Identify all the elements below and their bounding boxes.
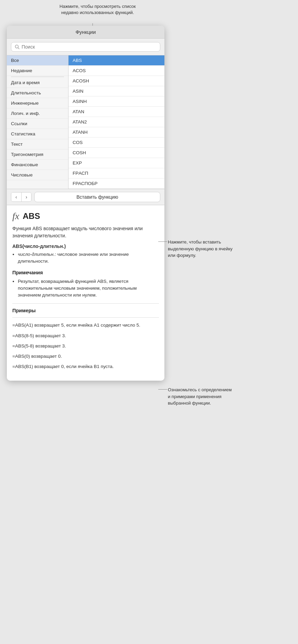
category-item[interactable]: Все — [7, 55, 68, 66]
fx-icon: fx — [12, 211, 19, 222]
category-item[interactable]: Числовые — [7, 170, 68, 180]
category-separator — [11, 77, 64, 77]
func-syntax: ABS(число-длительн.) — [12, 244, 159, 249]
panel-header: Функции — [7, 26, 164, 39]
example-item: =ABS(0) возвращает 0. — [12, 353, 159, 360]
category-item[interactable]: Текст — [7, 139, 68, 149]
func-name: ABS — [23, 211, 40, 221]
example-item: =ABS(A1) возвращает 5, если ячейка A1 со… — [12, 322, 159, 329]
svg-line-1 — [18, 48, 20, 49]
search-bar — [7, 39, 164, 55]
param-item: число-длительн.: числовое значение или з… — [18, 251, 159, 265]
next-button[interactable]: › — [22, 193, 32, 201]
param-list: число-длительн.: числовое значение или з… — [18, 251, 159, 265]
tooltip-learn: Ознакомьтесь с определением и примерами … — [168, 386, 235, 407]
function-item[interactable]: EXP — [69, 158, 164, 168]
category-item[interactable]: Недавние — [7, 66, 68, 76]
example-item: =ABS(8-5) возвращает 3. — [12, 332, 159, 339]
divider-2 — [12, 317, 159, 318]
functions-list: ABSACOSACOSHASINASINHATANATAN2ATANHCOSCO… — [69, 55, 164, 189]
category-item[interactable]: Статистика — [7, 129, 68, 139]
function-item[interactable]: ATAN2 — [69, 117, 164, 127]
tooltip-insert: Нажмите, чтобы вставить выделенную функц… — [168, 239, 236, 259]
insert-function-button[interactable]: Вставить функцию — [34, 192, 160, 202]
function-item[interactable]: FРАСПОБР — [69, 179, 164, 189]
function-item[interactable]: ABS — [69, 55, 164, 66]
category-item[interactable]: Длительность — [7, 88, 68, 98]
functions-panel: Функции ВсеНедавниеДата и времяДлительно… — [7, 26, 164, 381]
example-item: =ABS(B1) возвращает 0, если ячейка B1 пу… — [12, 363, 159, 370]
notes-list: Результат, возвращаемый функцией ABS, яв… — [18, 278, 159, 299]
toolbar: ‹ › Вставить функцию — [7, 189, 164, 205]
divider-1 — [12, 303, 159, 304]
category-item[interactable]: Тригонометрия — [7, 149, 68, 160]
examples-title: Примеры — [12, 308, 159, 313]
category-item[interactable]: Финансовые — [7, 160, 68, 170]
function-item[interactable]: FPАСП — [69, 168, 164, 179]
function-item[interactable]: ASINH — [69, 96, 164, 107]
lists-container: ВсеНедавниеДата и времяДлительностьИнжен… — [7, 55, 164, 189]
notes-item: Результат, возвращаемый функцией ABS, яв… — [18, 278, 159, 299]
search-icon — [15, 44, 20, 49]
example-item: =ABS(5-8) возвращает 3. — [12, 343, 159, 350]
category-item[interactable]: Ссылки — [7, 119, 68, 129]
function-item[interactable]: ATANH — [69, 127, 164, 137]
function-item[interactable]: ATAN — [69, 107, 164, 117]
category-item[interactable]: Логич. и инф. — [7, 108, 68, 119]
function-item[interactable]: COSH — [69, 148, 164, 158]
category-item[interactable]: Инженерные — [7, 98, 68, 108]
function-item[interactable]: ACOSH — [69, 76, 164, 86]
func-description: Функция ABS возвращает модуль числового … — [12, 225, 159, 239]
search-input[interactable] — [22, 44, 157, 50]
category-list: ВсеНедавниеДата и времяДлительностьИнжен… — [7, 55, 69, 189]
function-item[interactable]: ACOS — [69, 66, 164, 76]
description-area: fx ABS Функция ABS возвращает модуль чис… — [7, 205, 164, 381]
prev-button[interactable]: ‹ — [11, 193, 22, 201]
tooltip-top: Нажмите, чтобы просмотреть список недавн… — [53, 3, 142, 16]
nav-buttons: ‹ › — [11, 192, 32, 202]
notes-title: Примечания — [12, 270, 159, 275]
category-item[interactable]: Дата и время — [7, 78, 68, 88]
search-input-wrapper[interactable] — [11, 42, 160, 52]
function-item[interactable]: COS — [69, 137, 164, 148]
func-title-row: fx ABS — [12, 211, 159, 222]
function-item[interactable]: ASIN — [69, 86, 164, 96]
examples-list: =ABS(A1) возвращает 5, если ячейка A1 со… — [12, 322, 159, 370]
